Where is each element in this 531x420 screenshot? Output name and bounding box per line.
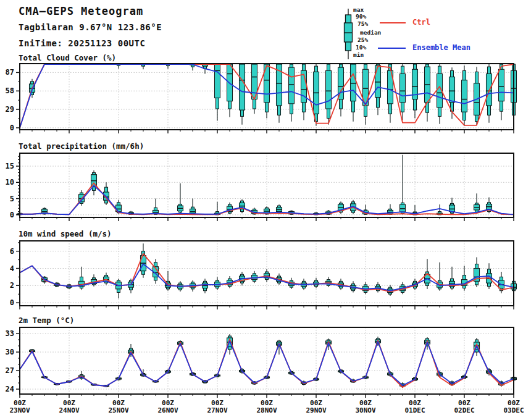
- svg-text:2: 2: [10, 281, 14, 290]
- svg-text:28NOV: 28NOV: [256, 406, 277, 414]
- svg-text:0: 0: [10, 124, 14, 132]
- svg-text:27NOV: 27NOV: [207, 406, 227, 414]
- ensemble-mean-legend-line: [378, 48, 406, 49]
- svg-text:30NOV: 30NOV: [355, 406, 375, 414]
- svg-text:27: 27: [6, 366, 14, 375]
- svg-text:58: 58: [6, 86, 14, 95]
- svg-text:15: 15: [6, 162, 14, 170]
- panel-title-precipitation: Total precipitation (mm/6h): [19, 141, 144, 151]
- meteogram-screen: 029588705101502462427303300Z23NOV00Z24NO…: [0, 0, 531, 420]
- ctrl-legend-line: [380, 22, 406, 23]
- panel-title-temperature: 2m Temp (°C): [19, 316, 74, 325]
- legend-label-75pct: 75%: [357, 20, 368, 27]
- init-time: IniTime: 20251123 00UTC: [19, 38, 145, 48]
- svg-text:4: 4: [10, 264, 14, 273]
- legend-label-25pct: 25%: [357, 36, 368, 43]
- x-axis-labels: 00Z23NOV00Z24NOV00Z25NOV00Z26NOV00Z27NOV…: [9, 399, 524, 414]
- panel-wind-speed: 0246: [10, 241, 517, 309]
- svg-text:01DEC: 01DEC: [404, 406, 425, 414]
- panel-title-cloud-cover: Total Cloud Cover (%): [19, 53, 116, 62]
- legend-label-90pct: 90%: [356, 13, 366, 20]
- svg-text:30: 30: [6, 348, 14, 356]
- svg-text:29NOV: 29NOV: [306, 406, 326, 414]
- legend-label-10pct: 10%: [356, 44, 366, 51]
- panel-cloud-cover: 0295887: [6, 64, 517, 133]
- svg-text:29: 29: [6, 105, 14, 114]
- svg-text:03DEC: 03DEC: [503, 406, 524, 414]
- svg-text:0: 0: [10, 211, 14, 219]
- svg-text:0: 0: [10, 298, 14, 307]
- ctrl-legend-label: Ctrl: [412, 18, 430, 27]
- svg-text:25NOV: 25NOV: [108, 406, 128, 414]
- legend-label-median: median: [360, 29, 381, 36]
- svg-text:6: 6: [10, 247, 14, 256]
- panel-precipitation: 051015: [6, 153, 514, 221]
- svg-text:87: 87: [6, 68, 14, 77]
- panel-title-wind-speed: 10m wind speed (m/s): [19, 229, 112, 238]
- legend-label-min: min: [353, 51, 364, 58]
- svg-text:23NOV: 23NOV: [9, 406, 30, 414]
- page-title: CMA—GEPS Meteogram: [19, 5, 143, 17]
- svg-text:02DEC: 02DEC: [454, 406, 474, 414]
- ensemble-mean-legend-label: Ensemble Mean: [412, 43, 470, 52]
- svg-text:5: 5: [10, 195, 14, 203]
- panel-temperature: 24273033: [6, 327, 517, 398]
- svg-text:26NOV: 26NOV: [157, 406, 178, 414]
- svg-text:10: 10: [6, 178, 14, 187]
- svg-text:33: 33: [6, 329, 14, 338]
- legend-label-max: max: [353, 6, 364, 13]
- svg-text:24: 24: [6, 385, 14, 393]
- svg-text:24NOV: 24NOV: [59, 406, 79, 414]
- meteogram-chart: 029588705101502462427303300Z23NOV00Z24NO…: [0, 0, 531, 420]
- station-coordinates: Tagbilaran 9.67°N 123.86°E: [19, 22, 162, 32]
